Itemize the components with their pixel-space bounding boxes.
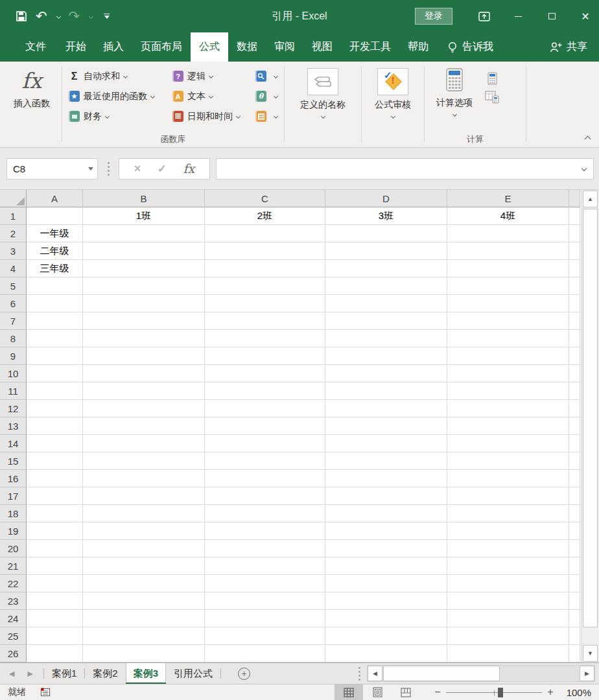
cell-C21[interactable] xyxy=(205,557,325,575)
sheet-tab-case3[interactable]: 案例3 xyxy=(126,663,166,684)
vertical-scrollbar[interactable]: ▲ ▼ xyxy=(581,190,599,662)
row-header-3[interactable]: 3 xyxy=(0,242,27,260)
zoom-in-icon[interactable]: + xyxy=(542,686,559,698)
cell-A20[interactable] xyxy=(27,540,83,557)
share-button[interactable]: 共享 xyxy=(550,32,587,62)
cell-E21[interactable] xyxy=(447,557,569,575)
cell-B17[interactable] xyxy=(83,487,205,505)
cell-E9[interactable] xyxy=(447,347,569,365)
cell-D20[interactable] xyxy=(325,540,447,557)
cell-A6[interactable] xyxy=(27,295,83,312)
customize-qat-icon[interactable] xyxy=(104,14,110,19)
save-icon[interactable] xyxy=(16,8,27,24)
cell-partial-24[interactable] xyxy=(569,610,580,627)
cell-E13[interactable] xyxy=(447,417,569,435)
vertical-scrollbar-thumb[interactable] xyxy=(583,209,598,627)
ribbon-display-options-icon[interactable] xyxy=(475,6,494,26)
cell-B15[interactable] xyxy=(83,452,205,470)
math-trig-button[interactable]: θ xyxy=(251,86,282,106)
row-header-15[interactable]: 15 xyxy=(0,452,27,470)
cell-D5[interactable] xyxy=(325,277,447,295)
close-button[interactable]: ✕ xyxy=(576,6,595,26)
cell-B6[interactable] xyxy=(83,295,205,312)
cell-D3[interactable] xyxy=(325,242,447,260)
row-header-14[interactable]: 14 xyxy=(0,435,27,452)
cell-partial-6[interactable] xyxy=(569,295,580,312)
column-header-partial[interactable] xyxy=(569,190,580,207)
cell-D1[interactable]: 3班 xyxy=(325,207,447,225)
cell-D11[interactable] xyxy=(325,382,447,400)
cell-A11[interactable] xyxy=(27,382,83,400)
tab-insert[interactable]: 插入 xyxy=(95,32,132,62)
cell-E18[interactable] xyxy=(447,505,569,522)
row-header-7[interactable]: 7 xyxy=(0,312,27,330)
cell-D10[interactable] xyxy=(325,365,447,382)
cell-B12[interactable] xyxy=(83,400,205,417)
redo-dropdown-icon[interactable] xyxy=(89,14,93,18)
cell-E15[interactable] xyxy=(447,452,569,470)
cell-B2[interactable] xyxy=(83,225,205,242)
cell-D4[interactable] xyxy=(325,260,447,277)
tab-review[interactable]: 审阅 xyxy=(266,32,303,62)
macro-record-icon[interactable] xyxy=(40,688,51,697)
cell-C24[interactable] xyxy=(205,610,325,627)
row-header-13[interactable]: 13 xyxy=(0,417,27,435)
cell-E26[interactable] xyxy=(447,645,569,662)
cell-A1[interactable] xyxy=(27,207,83,225)
cell-C3[interactable] xyxy=(205,242,325,260)
formula-auditing-button[interactable]: !✓ 公式审核 xyxy=(365,64,421,147)
undo-button[interactable]: ↶ xyxy=(36,8,47,24)
cell-D8[interactable] xyxy=(325,330,447,347)
cell-partial-7[interactable] xyxy=(569,312,580,330)
cell-B7[interactable] xyxy=(83,312,205,330)
row-header-21[interactable]: 21 xyxy=(0,557,27,575)
cell-B24[interactable] xyxy=(83,610,205,627)
cell-B20[interactable] xyxy=(83,540,205,557)
select-all-button[interactable] xyxy=(0,190,27,207)
cell-C18[interactable] xyxy=(205,505,325,522)
scroll-up-icon[interactable]: ▲ xyxy=(583,191,598,207)
cell-D7[interactable] xyxy=(325,312,447,330)
column-header-B[interactable]: B xyxy=(83,190,205,207)
cell-partial-2[interactable] xyxy=(569,225,580,242)
cell-E20[interactable] xyxy=(447,540,569,557)
cell-A26[interactable] xyxy=(27,645,83,662)
cell-B1[interactable]: 1班 xyxy=(83,207,205,225)
cell-A5[interactable] xyxy=(27,277,83,295)
tab-formulas[interactable]: 公式 xyxy=(191,32,228,62)
cell-partial-26[interactable] xyxy=(569,645,580,662)
cell-E23[interactable] xyxy=(447,592,569,610)
cell-D22[interactable] xyxy=(325,575,447,592)
recently-used-button[interactable]: ★ 最近使用的函数 xyxy=(64,86,159,106)
zoom-out-icon[interactable]: − xyxy=(429,686,446,698)
scroll-left-icon[interactable]: ◀ xyxy=(368,666,382,681)
date-time-button[interactable]: 日期和时间 xyxy=(168,106,244,126)
sign-in-button[interactable]: 登录 xyxy=(415,8,452,25)
row-header-20[interactable]: 20 xyxy=(0,540,27,557)
row-header-2[interactable]: 2 xyxy=(0,225,27,242)
cell-A14[interactable] xyxy=(27,435,83,452)
cell-D9[interactable] xyxy=(325,347,447,365)
cell-B25[interactable] xyxy=(83,627,205,645)
cell-B13[interactable] xyxy=(83,417,205,435)
cell-E19[interactable] xyxy=(447,522,569,540)
cell-B8[interactable] xyxy=(83,330,205,347)
page-break-preview-button[interactable] xyxy=(392,684,420,700)
previous-sheet-icon[interactable]: ◀ xyxy=(9,670,14,678)
cell-B19[interactable] xyxy=(83,522,205,540)
row-header-16[interactable]: 16 xyxy=(0,470,27,487)
cell-C6[interactable] xyxy=(205,295,325,312)
scrollbar-grip[interactable] xyxy=(358,667,360,681)
row-header-22[interactable]: 22 xyxy=(0,575,27,592)
cell-A25[interactable] xyxy=(27,627,83,645)
cell-C14[interactable] xyxy=(205,435,325,452)
sheet-tab-reference-formula[interactable]: 引用公式 xyxy=(166,663,220,684)
cell-D15[interactable] xyxy=(325,452,447,470)
cell-B5[interactable] xyxy=(83,277,205,295)
cell-partial-21[interactable] xyxy=(569,557,580,575)
row-header-24[interactable]: 24 xyxy=(0,610,27,627)
cell-E10[interactable] xyxy=(447,365,569,382)
cell-B22[interactable] xyxy=(83,575,205,592)
cell-C2[interactable] xyxy=(205,225,325,242)
cell-B4[interactable] xyxy=(83,260,205,277)
